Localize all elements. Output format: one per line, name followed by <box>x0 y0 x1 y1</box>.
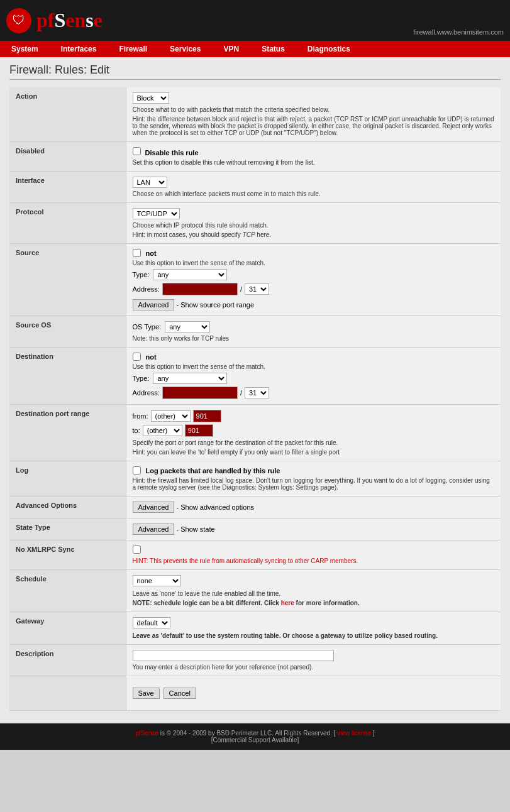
source-advanced-hint: - Show source port range <box>177 301 255 309</box>
save-button[interactable]: Save <box>133 688 160 699</box>
schedule-hint1: Leave as 'none' to leave the rule enable… <box>133 590 495 597</box>
os-type-label: OS Type: <box>133 323 162 331</box>
schedule-row: Schedule none schedule1 schedule2 Leave … <box>9 570 501 612</box>
disabled-value-cell: Disable this rule Set this option to dis… <box>126 142 501 172</box>
no-xmlrpc-checkbox[interactable] <box>133 546 141 554</box>
action-hint1: Choose what to do with packets that matc… <box>133 106 495 113</box>
destination-value-cell: not Use this option to invert the sense … <box>126 348 501 405</box>
nav-diagnostics[interactable]: Diagnostics <box>296 41 362 57</box>
gateway-row: Gateway default GW1 GW2 Leave as 'defaul… <box>9 612 501 645</box>
source-not-checkbox[interactable] <box>133 249 141 257</box>
dest-port-to-input[interactable] <box>185 424 213 437</box>
source-type-row: Type: any single host or alias network <box>133 269 495 280</box>
action-hint2: Hint: the difference between block and r… <box>133 116 495 136</box>
source-cidr-select[interactable]: 313230292824 <box>245 283 269 295</box>
form-actions-spacer <box>9 676 126 711</box>
source-address-row: Address: / 313230292824 <box>133 283 495 295</box>
header: 🛡 pfSense firewall.www.benimsitem.com <box>0 0 510 41</box>
footer: pfSense is © 2004 - 2009 by BSD Perimete… <box>0 723 510 750</box>
logo-icon: 🛡 <box>6 8 31 33</box>
schedule-value-cell: none schedule1 schedule2 Leave as 'none'… <box>126 570 501 612</box>
protocol-hint2: Hint: in most cases, you should specify … <box>133 231 495 238</box>
log-text: Log packets that are handled by this rul… <box>146 467 280 475</box>
dest-port-to-label: to: <box>133 427 140 434</box>
dest-port-to-select[interactable]: (other) HTTP HTTPS FTP SSH <box>143 425 182 436</box>
destination-row: Destination not Use this option to inver… <box>9 348 501 405</box>
destination-type-select[interactable]: any single host or alias network <box>153 373 227 384</box>
schedule-select[interactable]: none schedule1 schedule2 <box>133 575 181 586</box>
dest-port-range-row: Destination port range from: (other) HTT… <box>9 405 501 461</box>
schedule-hint2: NOTE: schedule logic can be a bit differ… <box>133 600 495 606</box>
gateway-select[interactable]: default GW1 GW2 <box>133 617 170 628</box>
form-actions-row: Save Cancel <box>9 676 501 711</box>
source-address-input[interactable] <box>162 283 238 295</box>
form-actions-value-cell: Save Cancel <box>126 676 501 711</box>
hostname: firewall.www.benimsitem.com <box>413 28 504 36</box>
schedule-here-link[interactable]: here <box>281 600 294 606</box>
nav-system[interactable]: System <box>0 41 50 57</box>
destination-type-row: Type: any single host or alias network <box>133 373 495 384</box>
nav-interfaces[interactable]: Interfaces <box>50 41 108 57</box>
destination-not-hint: Use this option to invert the sense of t… <box>133 363 495 370</box>
gateway-label: Gateway <box>9 612 126 645</box>
action-select[interactable]: Block Pass Reject <box>133 92 169 104</box>
advanced-options-button[interactable]: Advanced <box>133 502 175 513</box>
nav-vpn[interactable]: VPN <box>212 41 250 57</box>
description-label: Description <box>9 645 126 676</box>
footer-bracket-close: ] <box>373 730 375 737</box>
logo: pfSense <box>36 9 103 32</box>
advanced-options-label: Advanced Options <box>9 497 126 518</box>
log-hint: Hint: the firewall has limited local log… <box>133 477 495 491</box>
protocol-label: Protocol <box>9 203 126 244</box>
page-content: Firewall: Rules: Edit Action Block Pass … <box>0 57 510 723</box>
dest-port-range-value-cell: from: (other) HTTP HTTPS FTP SSH to: (ot… <box>126 405 501 461</box>
destination-cidr-select[interactable]: 313230292824 <box>245 387 269 398</box>
state-type-value-cell: Advanced - Show state <box>126 518 501 540</box>
footer-copyright: is © 2004 - 2009 by BSD Perimeter LLC. A… <box>160 730 336 737</box>
log-label: Log <box>9 461 126 497</box>
disabled-checkbox[interactable] <box>133 147 141 155</box>
advanced-options-hint: - Show advanced options <box>177 503 255 511</box>
action-value-cell: Block Pass Reject Choose what to do with… <box>126 87 501 142</box>
action-row: Action Block Pass Reject Choose what to … <box>9 87 501 142</box>
destination-not-checkbox[interactable] <box>133 353 141 361</box>
footer-pfsense: pfSense <box>135 730 158 737</box>
destination-label: Destination <box>9 348 126 405</box>
navbar: System Interfaces Firewall Services VPN … <box>0 41 510 57</box>
log-row: Log Log packets that are handled by this… <box>9 461 501 497</box>
footer-license-link[interactable]: view license <box>337 730 371 737</box>
destination-cidr-slash: / <box>240 389 242 397</box>
source-row: Source not Use this option to invert the… <box>9 244 501 316</box>
state-type-button[interactable]: Advanced <box>133 524 175 535</box>
description-input[interactable] <box>133 650 334 661</box>
description-row: Description You may enter a description … <box>9 645 501 676</box>
disabled-hint: Set this option to disable this rule wit… <box>133 159 495 166</box>
nav-status[interactable]: Status <box>250 41 296 57</box>
source-type-select[interactable]: any single host or alias network <box>153 269 227 280</box>
destination-address-input[interactable] <box>162 387 238 399</box>
nav-firewall[interactable]: Firewall <box>108 41 158 57</box>
dest-port-from-select[interactable]: (other) HTTP HTTPS FTP SSH <box>151 410 191 422</box>
no-xmlrpc-value-cell: HINT: This prevents the rule from automa… <box>126 540 501 570</box>
protocol-select[interactable]: TCP/UDP TCP UDP ICMP any <box>133 208 180 219</box>
source-advanced-button[interactable]: Advanced <box>133 299 175 310</box>
destination-address-row: Address: / 313230292824 <box>133 387 495 399</box>
gateway-hint: Leave as 'default' to use the system rou… <box>133 632 495 639</box>
dest-port-from-row: from: (other) HTTP HTTPS FTP SSH <box>133 410 495 422</box>
os-type-select[interactable]: any Linux Windows FreeBSD <box>165 321 210 332</box>
nav-services[interactable]: Services <box>158 41 212 57</box>
dest-port-hint1: Specify the port or port range for the d… <box>133 439 495 446</box>
no-xmlrpc-label: No XMLRPC Sync <box>9 540 126 570</box>
protocol-value-cell: TCP/UDP TCP UDP ICMP any Choose which IP… <box>126 203 501 244</box>
cancel-button[interactable]: Cancel <box>164 688 196 699</box>
footer-support: [Commercial Support Available] <box>6 737 504 743</box>
disabled-row: Disabled Disable this rule Set this opti… <box>9 142 501 172</box>
dest-port-from-input[interactable] <box>193 410 221 422</box>
page-title: Firewall: Rules: Edit <box>9 63 501 80</box>
log-checkbox[interactable] <box>133 466 141 475</box>
log-checkbox-row: Log packets that are handled by this rul… <box>133 466 495 475</box>
protocol-hint1: Choose which IP protocol this rule shoul… <box>133 222 495 229</box>
state-type-hint: - Show state <box>177 525 215 533</box>
interface-select[interactable]: LAN WAN OPT1 <box>133 177 167 188</box>
source-not-hint: Use this option to invert the sense of t… <box>133 260 495 266</box>
